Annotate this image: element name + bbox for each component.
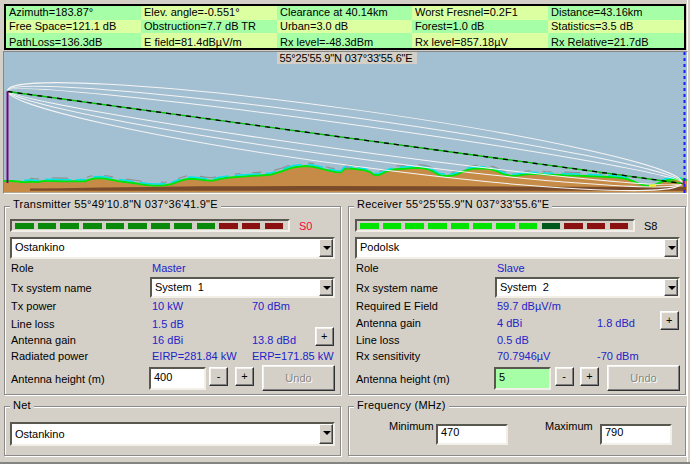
svg-text:55°25'55.9"N 037°33'55.6"E: 55°25'55.9"N 037°33'55.6"E <box>279 52 412 64</box>
